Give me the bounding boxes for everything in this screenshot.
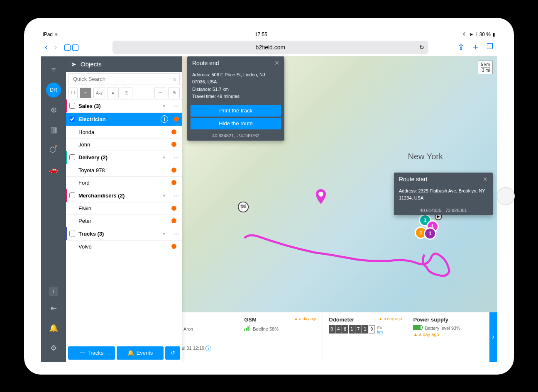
new-tab-icon[interactable]: + [473,42,478,53]
clear-search-icon[interactable]: ✕ [172,76,177,83]
forward-button[interactable]: › [54,42,57,53]
info-icon[interactable]: i [161,115,168,123]
events-button[interactable]: 🔔Events [117,346,164,360]
bell-icon: 🔔 [127,350,134,356]
tracks-button[interactable]: 〰Tracks [68,346,115,360]
battery-icon [413,325,422,330]
app-sidebar: ≡ DR ⊕ ▥ ⬡β 🚗 i ⇤ 🔔 ⚙ [41,56,66,362]
tabs-icon[interactable]: ❐ [487,42,493,53]
battery-label: 30 % [479,32,491,37]
status-dot [171,218,176,223]
group-checkbox[interactable] [69,192,75,198]
search-input[interactable] [68,73,180,85]
moon-icon: ☾ [463,32,467,37]
svg-point-0 [318,192,323,197]
warning-icon: ▲ [379,317,383,321]
address-text: Address: 2325 Flatbush Ave, Brooklyn, NY… [399,187,488,202]
chevron-icon: ▾ [163,193,165,198]
route-start-popup: Route start✕ Address: 2325 Flatbush Ave,… [394,173,493,215]
back-button[interactable]: ‹ [45,42,48,53]
chart-icon[interactable]: ▥ [46,122,61,137]
group-row[interactable]: Trucks (3)▾ ⋯ [66,227,182,241]
warning-icon: ▲ [294,317,298,321]
group-row[interactable]: Delivery (2)▾ ⋯ [66,151,182,164]
popup-title: Route start [399,176,427,183]
clock: 17:55 [255,32,267,37]
route-end-pin[interactable]: 🏁 [237,200,249,214]
menu-icon[interactable]: ≡ [46,63,61,78]
group-checkbox[interactable] [69,103,75,109]
list-item[interactable]: Toyota 978 [66,164,182,177]
panel-title: Objects [81,61,102,68]
settings-button[interactable]: ⚌ [154,88,166,98]
popup-title: Route end [192,60,219,66]
group-checkbox[interactable] [69,154,75,160]
panel-header: ➤ Objects [66,56,182,72]
clock-filter-button[interactable]: ◷ [121,88,132,98]
info-icon[interactable]: i [205,346,211,351]
group-row[interactable]: Merchandisers (2)▾ ⋯ [66,189,182,202]
svg-text:🏁: 🏁 [240,203,247,210]
list-item[interactable]: Peter [66,215,182,227]
car-icon[interactable]: 🚗 [46,162,61,177]
bell-icon[interactable]: 🔔 [46,321,61,336]
status-dot [171,206,176,211]
globe-icon[interactable]: ⊕ [46,102,61,117]
gear-icon[interactable]: ⚙ [46,341,61,355]
group-row[interactable]: Sales (3)▾ ⋯ [66,100,182,113]
share-icon[interactable]: ⇪ [457,42,465,53]
location-icon: ➤ [469,32,473,37]
route-end-popup: Route end✕ Address: 506 E Price St, Lind… [187,56,284,141]
print-track-button[interactable]: Print the track [191,105,281,117]
address-text: Address: 506 E Price St, Linden, NJ 0703… [192,71,279,86]
status-dot [171,180,176,185]
url-bar[interactable]: b2field.com ↻ [112,41,428,54]
group-checkbox[interactable] [69,231,75,236]
list-item[interactable]: Ford [66,177,182,189]
list-item[interactable]: Honda [66,126,182,139]
status-dot [171,142,176,147]
target-button[interactable]: ⊕ [168,88,180,98]
distance-text: Distance: 51.7 km [192,86,279,93]
bluetooth-icon: ᛒ [475,32,478,37]
objects-list: Sales (3)▾ ⋯ElectricianiHondaJohnDeliver… [66,100,182,344]
map-scale: 5 km3 mi [478,61,493,74]
info-icon[interactable]: i [49,287,58,296]
group-row[interactable]: Electriciani [66,113,182,126]
list-item[interactable]: Volvo [66,241,182,253]
odometer-display: 0481719 [329,325,375,334]
list-item[interactable]: John [66,139,182,151]
traveltime-text: Travel time: 49 minutes [192,93,279,100]
panel-toolbar: ☐ ≡ A-z ● ◷ ⚌ ⊕ [66,86,182,100]
objects-panel: ➤ Objects ✕ ☐ ≡ A-z ● ◷ ⚌ ⊕ Sales (3)▾ ⋯… [66,56,182,362]
close-icon[interactable]: ✕ [483,176,488,183]
dot-filter-button[interactable]: ● [107,88,119,98]
cursor-icon: ➤ [71,61,76,68]
warning-icon: ▲ [413,332,418,337]
select-all-checkbox[interactable]: ☐ [68,88,78,98]
status-dot [171,129,176,134]
chevron-icon: ▾ [163,231,165,236]
chevron-icon: ▾ [163,104,165,108]
tracks-icon: 〰 [80,350,85,356]
hide-route-button[interactable]: Hide the route [191,118,281,129]
user-avatar[interactable]: DR [46,83,61,97]
close-icon[interactable]: ✕ [274,60,279,66]
wifi-icon: ᯤ [54,32,59,37]
logout-icon[interactable]: ⇤ [46,301,61,316]
sort-button[interactable]: A-z [93,88,105,98]
group-checkbox[interactable] [69,116,75,122]
unit-toggle[interactable]: km [377,330,383,334]
browser-toolbar: ‹ › ▢▢ b2field.com ↻ ⇪ + ❐ [41,39,497,56]
history-button[interactable]: ↺ [165,346,180,360]
route-mid-pin[interactable] [315,189,327,204]
refresh-icon[interactable]: ↻ [419,44,424,51]
bookmarks-icon[interactable]: ▢▢ [64,42,79,53]
list-item[interactable]: Elwin [66,202,182,215]
scroll-right-button[interactable]: › [489,312,497,362]
tag-icon[interactable]: ⬡β [46,142,61,157]
list-view-button[interactable]: ≡ [80,88,91,98]
coords-text: 40.634821, -74.249762 [187,131,284,141]
battery-text: Battery level 93% [425,326,460,331]
home-button[interactable] [496,187,515,205]
